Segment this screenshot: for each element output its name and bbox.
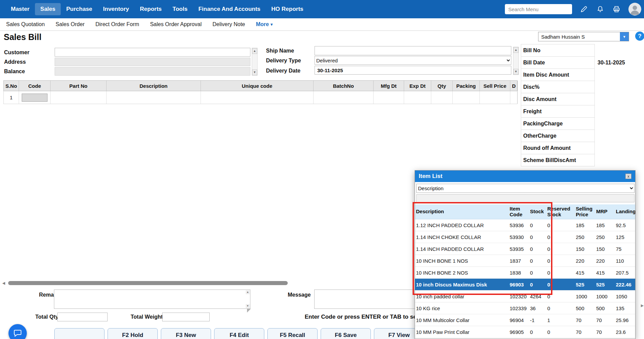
- item-stock: 36: [529, 305, 546, 311]
- function-button[interactable]: F5 Recall: [267, 328, 318, 339]
- item-landing: 92.5: [615, 222, 635, 228]
- bill-summary-label: Bill No: [521, 44, 595, 57]
- scroll-left-icon[interactable]: ◄: [1, 280, 6, 286]
- code-input-box[interactable]: [22, 94, 48, 102]
- sub-nav-item[interactable]: Direct Order Form: [95, 21, 139, 27]
- top-nav-item[interactable]: HO Reports: [266, 3, 309, 15]
- horizontal-scrollbar-thumb[interactable]: [8, 281, 288, 285]
- user-avatar[interactable]: [628, 3, 641, 16]
- item-list-row[interactable]: 10 KG rice 102339 36 0 500 500 135: [415, 302, 635, 314]
- top-nav-item[interactable]: Reports: [134, 3, 167, 15]
- item-code: 53935: [509, 246, 529, 252]
- sub-nav-item[interactable]: Sales Order: [56, 21, 84, 27]
- bill-summary-row: PackingCharge: [521, 117, 644, 130]
- sub-nav-item[interactable]: Delivery Note: [212, 21, 245, 27]
- salesman-dropdown[interactable]: Sadham Hussain S ▼: [538, 32, 629, 41]
- bill-summary-label: Disc Amount: [521, 93, 595, 105]
- resize-grip[interactable]: [247, 309, 251, 313]
- item-landing: 125: [615, 234, 635, 240]
- top-nav-item[interactable]: Sales: [35, 3, 61, 15]
- top-nav-item[interactable]: Finance And Accounts: [193, 3, 266, 15]
- ship-name-input[interactable]: [315, 46, 511, 55]
- total-weight-input[interactable]: [162, 313, 210, 321]
- delivery-date-input[interactable]: [315, 66, 511, 75]
- scroll-up-icon[interactable]: ▲: [246, 290, 250, 294]
- top-nav-item[interactable]: Master: [5, 3, 35, 15]
- items-table-header-cell: Part No: [51, 81, 107, 91]
- remarks-textarea[interactable]: [54, 290, 250, 308]
- total-qty-input[interactable]: [57, 313, 108, 321]
- scroll-down-icon[interactable]: ▼: [513, 69, 518, 75]
- scroll-down-icon[interactable]: ▼: [246, 304, 250, 308]
- item-list-row[interactable]: 10 INCH BONE 2 NOS 1838 0 0 415 415 207.…: [415, 267, 635, 279]
- item-mrp: 70: [595, 317, 615, 323]
- scroll-down-icon[interactable]: ▼: [252, 69, 257, 75]
- top-nav-items: Master Sales Purchase Inventory Reports …: [0, 3, 309, 15]
- item-description: 10 MM Multicolor Collar: [415, 317, 509, 323]
- bill-summary-label: Freight: [521, 105, 595, 118]
- function-button[interactable]: F2 Hold: [108, 328, 158, 339]
- item-description: 10 inch padded collar: [415, 294, 509, 299]
- function-button[interactable]: [54, 328, 105, 339]
- items-table: S.No Code Part No Description Unique cod…: [3, 80, 517, 104]
- printer-icon[interactable]: [612, 5, 621, 14]
- delivery-type-label: Delivery Type: [266, 58, 301, 64]
- item-list-header-cell: Stock: [529, 208, 546, 215]
- item-list-header-cell: MRP: [595, 208, 615, 215]
- help-icon[interactable]: ?: [635, 32, 644, 41]
- item-description: 10 MM Paw Print Collar: [415, 329, 509, 335]
- item-list-row[interactable]: 1.14 INCH CHOKE COLLAR 53930 0 0 250 250…: [415, 231, 635, 243]
- close-icon[interactable]: x: [625, 174, 631, 179]
- scroll-up-icon[interactable]: ▲: [252, 48, 257, 54]
- item-mrp: 220: [595, 258, 615, 264]
- item-stock: 4264: [529, 294, 546, 299]
- item-list-filter-select[interactable]: Description: [416, 184, 634, 193]
- bill-summary-label: Scheme BillDiscAmt: [521, 154, 595, 166]
- items-table-header-cell: Packing: [453, 81, 480, 91]
- item-code: 1837: [509, 258, 529, 264]
- bill-summary-label: Item Disc Amount: [521, 68, 595, 81]
- disc-cell: [510, 91, 518, 104]
- item-list-row[interactable]: 10 inch Discus Maximus Disk 96903 0 0 52…: [415, 279, 635, 291]
- top-nav-item[interactable]: Purchase: [61, 3, 98, 15]
- ship-scroll-spinner: ▲ ▼: [513, 47, 519, 75]
- item-reserved-stock: 0: [546, 222, 575, 228]
- item-list-row[interactable]: 10 inch padded collar 102320 4264 0 1000…: [415, 291, 635, 302]
- item-list-row[interactable]: 10 INCH BONE 1 NOS 1837 0 0 220 220 110: [415, 255, 635, 267]
- item-reserved-stock: 0: [546, 246, 575, 252]
- item-list-row[interactable]: 1.12 INCH PADDED COLLAR 53936 0 0 185 18…: [415, 219, 635, 231]
- sub-nav-more[interactable]: More ▾: [256, 21, 272, 27]
- bill-summary-row: Scheme BillDiscAmt: [521, 154, 644, 166]
- delivery-type-select[interactable]: Delivered: [315, 56, 511, 65]
- function-button[interactable]: F6 Save: [321, 328, 371, 339]
- top-nav-item[interactable]: Tools: [167, 3, 193, 15]
- item-stock: 0: [529, 270, 546, 276]
- item-mrp: 500: [595, 305, 615, 311]
- item-stock: 0: [529, 329, 546, 335]
- bill-summary-label: Round off Amount: [521, 142, 595, 154]
- item-list-title: Item List: [419, 173, 442, 180]
- function-button[interactable]: F4 Edit: [214, 328, 264, 339]
- item-list-row[interactable]: 10 MM Paw Print Collar 96905 0 0 70 70 2…: [415, 326, 635, 338]
- bell-icon[interactable]: [596, 5, 605, 14]
- message-label: Message: [288, 292, 311, 298]
- delivery-date-label: Delivery Date: [266, 68, 300, 74]
- bill-summary-row: Disc%: [521, 81, 644, 93]
- item-list-search-input[interactable]: [416, 194, 634, 202]
- sub-nav-item[interactable]: Sales Quotation: [6, 21, 45, 27]
- scroll-right-icon[interactable]: ►: [640, 303, 644, 308]
- function-button[interactable]: F3 New: [161, 328, 211, 339]
- item-description: 10 INCH BONE 2 NOS: [415, 270, 509, 276]
- customer-input[interactable]: [55, 48, 250, 57]
- balance-input: [55, 67, 250, 76]
- pen-icon[interactable]: [580, 5, 588, 14]
- chat-icon[interactable]: [8, 324, 27, 339]
- item-list-row[interactable]: 10 MM Multicolor Collar 96904 -1 1 70 70…: [415, 314, 635, 326]
- item-list-row[interactable]: 1.14 INCH PADDED COLLAR 53935 0 0 150 15…: [415, 243, 635, 255]
- scroll-up-icon[interactable]: ▲: [513, 47, 518, 53]
- sub-nav-item[interactable]: Sales Order Approval: [150, 21, 202, 27]
- item-selling-price: 150: [575, 246, 595, 252]
- search-menu-input[interactable]: [505, 4, 572, 14]
- top-nav-item[interactable]: Inventory: [98, 3, 135, 15]
- item-selling-price: 415: [575, 270, 595, 276]
